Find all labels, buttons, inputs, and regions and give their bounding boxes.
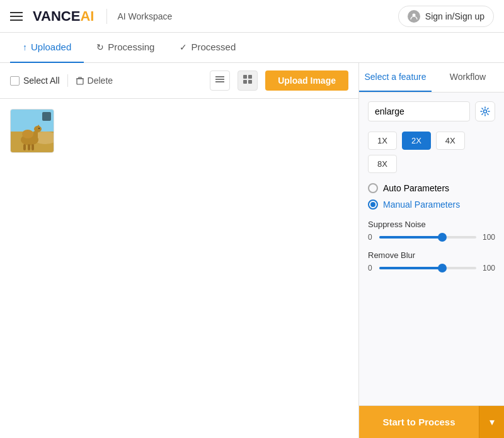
select-all-checkbox[interactable] [10, 76, 20, 86]
logo-ai: AI [80, 8, 94, 24]
manual-params-radio[interactable] [368, 199, 378, 210]
suppress-noise-fill [379, 236, 442, 239]
tab-workflow[interactable]: Workflow [432, 63, 504, 92]
image-item[interactable] [10, 109, 54, 153]
delete-label: Delete [88, 76, 113, 86]
auto-params-label: Auto Parameters [383, 183, 449, 193]
remove-blur-fill [379, 267, 442, 269]
toolbar-divider [67, 74, 68, 87]
gear-icon [480, 106, 490, 116]
feature-select-wrap: enlarge denoise sharpen colorize [368, 101, 470, 121]
svg-rect-16 [23, 144, 26, 150]
right-panel: Select a feature Workflow enlarge denois… [359, 63, 504, 438]
list-icon [215, 74, 225, 84]
remove-blur-max: 100 [480, 264, 495, 272]
avatar-icon [408, 10, 420, 23]
svg-rect-6 [248, 75, 252, 79]
scale-4x-button[interactable]: 4X [436, 132, 465, 150]
select-feature-label: Select a feature [364, 72, 426, 82]
remove-blur-thumb[interactable] [438, 264, 447, 272]
dropdown-row: enlarge denoise sharpen colorize [368, 101, 495, 121]
suppress-noise-label: Suppress Noise [368, 220, 495, 229]
feature-panel: enlarge denoise sharpen colorize 1X 2X [359, 93, 504, 405]
svg-rect-8 [248, 80, 252, 84]
scale-2x-button[interactable]: 2X [402, 132, 431, 150]
tab-processing[interactable]: ↻ Processing [84, 33, 167, 63]
select-all-label: Select All [23, 76, 60, 86]
logo: VANCEAI [33, 8, 94, 25]
process-dropdown-button[interactable]: ▾ [479, 406, 504, 439]
svg-point-14 [34, 126, 42, 132]
svg-rect-18 [32, 144, 34, 150]
manual-params-option[interactable]: Manual Parameters [368, 199, 495, 210]
bottom-bar: Start to Process ▾ [359, 405, 504, 438]
scale-1x-button[interactable]: 1X [368, 132, 397, 150]
header: VANCEAI AI Workspace Sign in/Sign up [0, 0, 504, 33]
suppress-noise-max: 100 [480, 233, 495, 242]
processing-tab-icon: ↻ [96, 42, 104, 52]
select-all-wrap: Select All [10, 76, 60, 86]
tab-uploaded[interactable]: ↑ Uploaded [10, 33, 84, 63]
header-divider [106, 9, 107, 24]
svg-point-19 [38, 128, 40, 129]
manual-params-label: Manual Parameters [383, 199, 460, 210]
svg-rect-2 [215, 76, 224, 77]
workspace-label: AI Workspace [117, 11, 398, 21]
logo-vance: VANCE [33, 8, 80, 24]
list-view-button[interactable] [210, 70, 230, 91]
start-process-button[interactable]: Start to Process [359, 406, 479, 439]
main-tabs: ↑ Uploaded ↻ Processing ✓ Processed [0, 33, 504, 63]
workflow-label: Workflow [450, 72, 486, 82]
sign-in-label: Sign in/Sign up [425, 11, 484, 21]
tab-processing-label: Processing [108, 42, 154, 52]
params-radio-group: Auto Parameters Manual Parameters [368, 183, 495, 210]
image-select-checkbox[interactable] [42, 112, 51, 121]
suppress-noise-row: 0 100 [368, 233, 495, 242]
image-grid [0, 99, 358, 438]
svg-rect-13 [33, 131, 38, 141]
suppress-noise-section: Suppress Noise 0 100 [368, 220, 495, 242]
menu-button[interactable] [10, 12, 23, 21]
svg-rect-1 [77, 79, 83, 84]
svg-rect-17 [28, 144, 30, 150]
grid-icon [243, 74, 253, 84]
scale-8x-button[interactable]: 8X [368, 155, 397, 173]
remove-blur-label: Remove Blur [368, 250, 495, 260]
remove-blur-min: 0 [368, 264, 375, 272]
svg-point-20 [484, 110, 487, 113]
tab-processed-label: Processed [191, 42, 236, 52]
right-tabs: Select a feature Workflow [359, 63, 504, 93]
suppress-noise-track[interactable] [379, 236, 476, 239]
suppress-noise-thumb[interactable] [438, 233, 447, 242]
left-panel: Select All Delete [0, 63, 359, 438]
chevron-down-icon: ▾ [490, 417, 495, 427]
tab-uploaded-label: Uploaded [31, 42, 71, 52]
auto-params-option[interactable]: Auto Parameters [368, 183, 495, 193]
main-content: Select All Delete [0, 63, 504, 438]
feature-select[interactable]: enlarge denoise sharpen colorize [368, 101, 470, 121]
sign-in-button[interactable]: Sign in/Sign up [398, 6, 494, 27]
svg-rect-7 [243, 80, 247, 84]
upload-tab-icon: ↑ [23, 42, 27, 52]
svg-point-15 [22, 130, 33, 138]
tab-select-feature[interactable]: Select a feature [359, 63, 432, 92]
toolbar: Select All Delete [0, 63, 358, 99]
trash-icon [76, 76, 84, 85]
scale-group: 1X 2X 4X 8X [368, 132, 495, 173]
grid-view-button[interactable] [238, 70, 258, 91]
remove-blur-row: 0 100 [368, 264, 495, 272]
suppress-noise-min: 0 [368, 233, 375, 242]
delete-button[interactable]: Delete [76, 76, 113, 86]
tab-processed[interactable]: ✓ Processed [167, 33, 248, 63]
svg-rect-4 [215, 81, 224, 82]
processed-tab-icon: ✓ [180, 42, 187, 52]
auto-params-radio[interactable] [368, 183, 378, 193]
settings-button[interactable] [475, 101, 495, 121]
svg-rect-3 [215, 79, 224, 80]
remove-blur-track[interactable] [379, 267, 476, 269]
remove-blur-section: Remove Blur 0 100 [368, 250, 495, 272]
upload-button[interactable]: Upload Image [265, 70, 348, 91]
svg-rect-5 [243, 75, 247, 79]
